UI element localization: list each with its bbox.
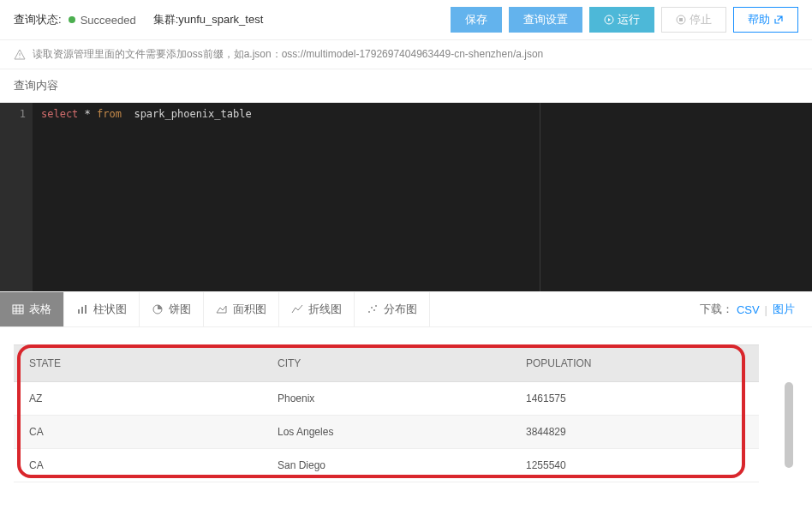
cell-city: Los Angeles <box>262 416 510 449</box>
cell-city: San Diego <box>262 449 510 482</box>
tab-pie[interactable]: 饼图 <box>140 292 204 326</box>
save-button[interactable]: 保存 <box>451 7 502 33</box>
editor-code: select * from spark_phoenix_table <box>41 108 812 120</box>
bar-chart-icon <box>76 303 88 315</box>
cell-state: CA <box>14 416 262 449</box>
download-image-link[interactable]: 图片 <box>773 302 795 317</box>
download-area: 下载： CSV | 图片 <box>700 292 812 326</box>
kw-select: select <box>41 108 78 120</box>
external-link-icon <box>773 15 784 25</box>
line-number: 1 <box>20 108 26 120</box>
query-content-title: 查询内容 <box>0 69 812 103</box>
editor-ruler <box>540 103 540 291</box>
svg-rect-6 <box>13 305 23 314</box>
svg-point-15 <box>368 311 370 313</box>
pie-chart-icon <box>152 303 164 315</box>
status-dot-icon <box>69 16 75 23</box>
cell-city: Phoenix <box>262 382 510 416</box>
download-label: 下载： <box>700 302 733 317</box>
cell-population: 3844829 <box>510 416 759 449</box>
svg-rect-11 <box>78 309 80 314</box>
tab-bar-label: 柱状图 <box>93 302 127 317</box>
result-panel: STATE CITY POPULATION AZ Phoenix 1461575… <box>0 327 812 491</box>
svg-point-17 <box>373 309 375 311</box>
tab-table[interactable]: 表格 <box>0 292 64 326</box>
table-header-row: STATE CITY POPULATION <box>14 345 759 382</box>
editor-gutter: 1 <box>0 103 33 291</box>
line-chart-icon <box>291 303 303 315</box>
status-value: Succeeded <box>81 14 136 27</box>
tab-scatter-label: 分布图 <box>384 302 417 317</box>
tab-area[interactable]: 面积图 <box>204 292 279 326</box>
svg-marker-1 <box>608 18 611 21</box>
col-population[interactable]: POPULATION <box>510 345 759 382</box>
svg-rect-3 <box>679 18 683 21</box>
result-table: STATE CITY POPULATION AZ Phoenix 1461575… <box>14 344 759 482</box>
tab-pie-label: 饼图 <box>169 302 191 317</box>
cell-population: 1255540 <box>510 449 759 482</box>
kw-from: from <box>97 108 122 120</box>
scatter-chart-icon <box>367 303 379 315</box>
table-row[interactable]: CA San Diego 1255540 <box>14 449 759 482</box>
query-settings-button[interactable]: 查询设置 <box>509 7 582 33</box>
tab-table-label: 表格 <box>29 302 51 317</box>
cell-state: AZ <box>14 382 262 416</box>
table-row[interactable]: CA Los Angeles 3844829 <box>14 416 759 449</box>
help-label: 帮助 <box>748 12 770 27</box>
warning-bar: 读取资源管理里面的文件需要添加oss前缀，如a.json：oss://multi… <box>0 40 812 69</box>
cell-state: CA <box>14 449 262 482</box>
col-city[interactable]: CITY <box>262 345 510 382</box>
stop-label: 停止 <box>690 12 712 27</box>
stop-icon <box>676 15 686 25</box>
sql-editor[interactable]: 1 select * from spark_phoenix_table <box>0 103 812 291</box>
tab-line-label: 折线图 <box>308 302 342 317</box>
cluster-label: 集群:yunfu_spark_test <box>153 12 264 27</box>
top-bar: 查询状态: Succeeded 集群:yunfu_spark_test 保存 查… <box>0 0 812 40</box>
svg-point-16 <box>371 307 373 308</box>
cell-population: 1461575 <box>510 382 759 416</box>
stop-button: 停止 <box>661 7 726 33</box>
svg-point-18 <box>375 305 377 307</box>
area-chart-icon <box>216 303 228 315</box>
help-button[interactable]: 帮助 <box>733 7 798 33</box>
vertical-scrollbar[interactable] <box>785 382 793 468</box>
tab-area-label: 面积图 <box>233 302 266 317</box>
col-state[interactable]: STATE <box>14 345 262 382</box>
warning-icon <box>14 49 26 61</box>
run-button[interactable]: 运行 <box>589 7 654 33</box>
separator: | <box>765 303 767 316</box>
warning-text: 读取资源管理里面的文件需要添加oss前缀，如a.json：oss://multi… <box>33 47 543 62</box>
play-icon <box>604 15 614 25</box>
svg-point-5 <box>19 57 20 57</box>
result-tabs: 表格 柱状图 饼图 面积图 折线图 分布图 下载： CSV | 图片 <box>0 291 812 327</box>
tab-scatter[interactable]: 分布图 <box>355 292 430 326</box>
download-csv-link[interactable]: CSV <box>737 303 760 316</box>
svg-rect-12 <box>81 307 83 314</box>
status-label: 查询状态: <box>14 12 62 27</box>
table-row[interactable]: AZ Phoenix 1461575 <box>14 382 759 416</box>
svg-rect-13 <box>85 305 87 314</box>
tab-bar[interactable]: 柱状图 <box>64 292 140 326</box>
table-icon <box>12 303 24 315</box>
run-label: 运行 <box>618 12 640 27</box>
tab-line[interactable]: 折线图 <box>279 292 355 326</box>
